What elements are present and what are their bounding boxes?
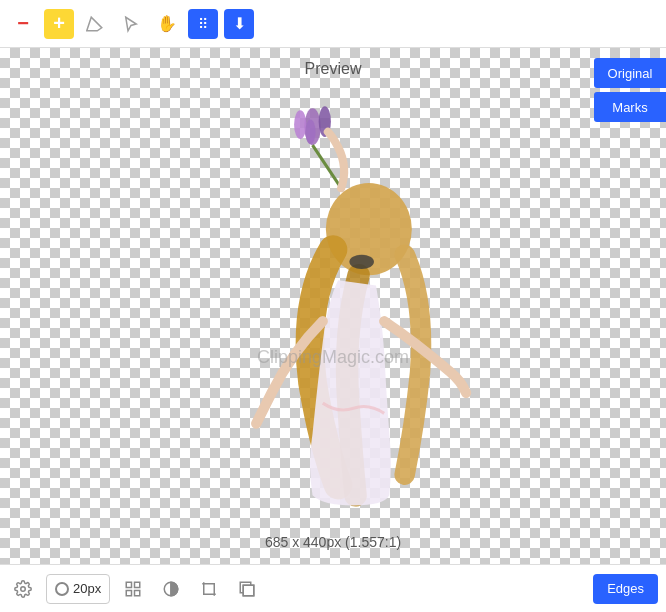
- brush-size-value: 20px: [73, 581, 101, 596]
- plus-tool-button[interactable]: +: [44, 9, 74, 39]
- svg-rect-10: [135, 582, 140, 587]
- svg-rect-9: [126, 582, 131, 587]
- minus-tool-button[interactable]: −: [8, 9, 38, 39]
- girl-figure-svg: [143, 96, 523, 526]
- top-toolbar: − + ✋ ⠿ ⬇: [0, 0, 666, 48]
- edges-button[interactable]: Edges: [593, 574, 658, 604]
- select-tool-button[interactable]: [116, 9, 146, 39]
- right-buttons-panel: Original Marks: [594, 58, 666, 122]
- svg-point-3: [294, 110, 306, 139]
- svg-marker-0: [87, 17, 102, 31]
- original-button[interactable]: Original: [594, 58, 666, 88]
- image-container: [143, 96, 523, 526]
- layers-button[interactable]: [232, 574, 262, 604]
- svg-point-8: [21, 586, 26, 591]
- contrast-button[interactable]: [156, 574, 186, 604]
- preview-label: Preview: [305, 60, 362, 78]
- brush-size-display: 20px: [46, 574, 110, 604]
- dimension-text: 685 x 440px (1.557:1): [265, 534, 401, 550]
- svg-rect-15: [243, 585, 254, 596]
- circle-icon: [55, 582, 69, 596]
- svg-point-4: [305, 120, 315, 145]
- download-button[interactable]: ⬇: [224, 9, 254, 39]
- settings-button[interactable]: [8, 574, 38, 604]
- hand-tool-button[interactable]: ✋: [152, 9, 182, 39]
- canvas-area: Preview: [0, 48, 666, 564]
- crop-button[interactable]: [194, 574, 224, 604]
- svg-rect-11: [126, 590, 131, 595]
- svg-rect-12: [135, 590, 140, 595]
- grid-view-button[interactable]: [118, 574, 148, 604]
- marks-button[interactable]: Marks: [594, 92, 666, 122]
- eraser-tool-button[interactable]: [80, 9, 110, 39]
- grid-tool-button[interactable]: ⠿: [188, 9, 218, 39]
- bottom-toolbar: 20px Edges: [0, 564, 666, 612]
- svg-point-7: [349, 255, 374, 269]
